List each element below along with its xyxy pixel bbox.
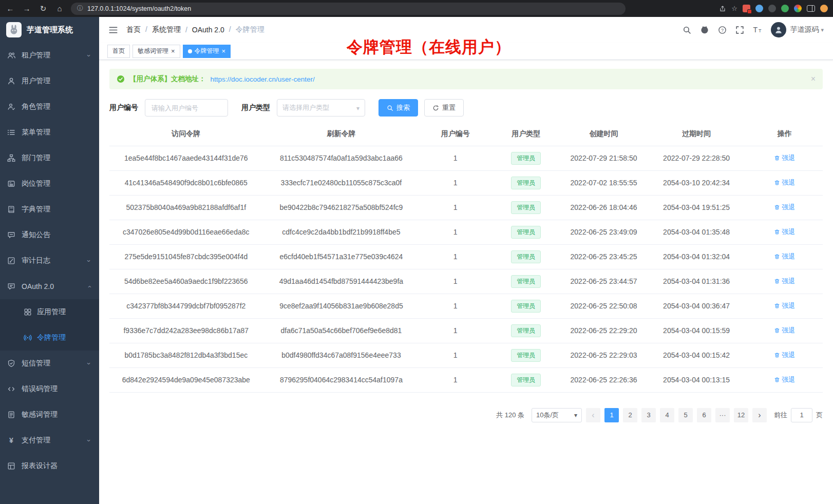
oauth-icon [7,282,15,290]
force-logout-button[interactable]: 强退 [774,326,795,335]
app-logo[interactable]: 芋道管理系统 [0,17,99,43]
prev-page-button[interactable] [586,408,600,422]
report-designer-icon [7,462,15,470]
tab-sensitive-word[interactable]: 敏感词管理 [132,45,180,58]
reset-button[interactable]: 重置 [424,99,464,117]
chevron-down-icon [356,104,359,112]
sidebar-item-sms[interactable]: 短信管理 [0,351,99,376]
extension-blue-icon[interactable] [755,5,763,12]
sidebar-item-oauth[interactable]: OAuth 2.0 [0,274,99,299]
page-button-6[interactable]: 6 [697,408,711,422]
expire-time: 2054-03-04 01:31:36 [647,269,746,294]
force-logout-button[interactable]: 强退 [774,153,795,163]
page-button-4[interactable]: 4 [660,408,674,422]
chevron-down-icon [86,257,92,265]
sidebar-item-role[interactable]: 角色管理 [0,94,99,120]
browser-reload-icon[interactable]: ↻ [38,4,48,13]
force-logout-button[interactable]: 强退 [774,375,795,384]
page-button-3[interactable]: 3 [641,408,656,422]
extension-dark-icon[interactable] [768,5,776,12]
page-button-12[interactable]: 12 [734,408,748,422]
chevron-up-icon [86,283,92,290]
access-token: b0d1785bc3a8482f812db4a3f3bd15ec [109,343,263,367]
expire-time: 2054-03-04 00:13:15 [647,367,746,392]
table-row: b0d1785bc3a8482f812db4a3f3bd15ecb0df4980… [109,343,823,367]
sidebar-item-pay[interactable]: ¥支付管理 [0,428,99,453]
breadcrumb-home[interactable]: 首页 [126,25,141,34]
github-icon[interactable] [700,25,709,34]
close-icon[interactable] [222,48,226,55]
user-type-select[interactable]: 请选择用户类型 [277,99,365,117]
goto-page-input[interactable] [791,408,812,422]
browser-actions: ☆ [719,5,828,12]
doc-link[interactable]: https://doc.iocoder.cn/user-center/ [211,75,315,83]
breadcrumb-oauth[interactable]: OAuth 2.0 [185,26,224,34]
sidebar-item-dept[interactable]: 部门管理 [0,145,99,171]
next-page-button[interactable] [752,408,767,422]
browser-back-icon[interactable]: ← [5,4,15,13]
sidebar-item-user[interactable]: 用户管理 [0,68,99,94]
menu-list-icon [7,128,15,137]
col-user-type: 用户类型 [491,123,561,146]
help-icon[interactable] [718,26,727,34]
alert-close-icon[interactable] [811,74,816,84]
sidebar-item-sensitive-word[interactable]: 敏感词管理 [0,402,99,428]
user-menu[interactable]: 芋道源码 [771,22,824,37]
page-button-2[interactable]: 2 [623,408,637,422]
sidebar-toggle-icon[interactable] [807,5,815,12]
force-logout-button[interactable]: 强退 [774,351,795,360]
sidebar-item-post[interactable]: 岗位管理 [0,171,99,197]
force-logout-button[interactable]: 强退 [774,178,795,187]
access-token: 275e5de9151045fe87cbdc395e004f4d [109,244,263,269]
force-logout-button[interactable]: 强退 [774,301,795,311]
force-logout-button[interactable]: 强退 [774,252,795,261]
tab-token[interactable]: 令牌管理 [183,45,231,58]
force-logout-button[interactable]: 强退 [774,227,795,237]
sidebar-item-menu[interactable]: 菜单管理 [0,120,99,145]
sidebar-item-report-designer[interactable]: 报表设计器 [0,453,99,479]
sidebar-item-audit-log[interactable]: 审计日志 [0,248,99,274]
share-icon[interactable] [719,5,726,12]
access-token: c347026e805e4d99b0d116eae66eda8c [109,220,263,244]
breadcrumb-system[interactable]: 系统管理 [145,25,181,34]
force-logout-button[interactable]: 强退 [774,203,795,212]
sidebar-item-token[interactable]: 令牌管理 [0,325,99,351]
sidebar-item-error-code[interactable]: 错误码管理 [0,376,99,402]
close-icon[interactable] [171,48,175,55]
user-id: 1 [420,244,491,269]
hamburger-icon[interactable] [108,25,118,35]
page-size-select[interactable]: 10条/页 [532,408,582,422]
sidebar-item-dict[interactable]: 字典管理 [0,197,99,222]
reset-button-label: 重置 [442,103,456,112]
site-info-icon[interactable]: ⓘ [77,4,83,13]
font-size-icon[interactable] [753,25,762,34]
fullscreen-icon[interactable] [735,26,744,34]
page-button-1[interactable]: 1 [604,408,619,422]
filter-bar: 用户编号 用户类型 请选择用户类型 搜索 [109,99,823,117]
sidebar-item-notice[interactable]: 通知公告 [0,222,99,248]
user-id: 1 [420,146,491,170]
browser-profile-avatar[interactable] [820,5,828,12]
extensions-puzzle-icon[interactable] [794,5,802,12]
total-count: 共 120 条 [496,411,524,420]
extension-green-icon[interactable] [781,5,789,12]
sidebar-item-oauth-app[interactable]: 应用管理 [0,299,99,325]
tab-home[interactable]: 首页 [107,45,130,58]
sidebar-item-tenant[interactable]: 租户管理 [0,43,99,68]
extension-red-icon[interactable] [743,5,750,12]
force-logout-button[interactable]: 强退 [774,277,795,286]
trash-icon [774,303,780,309]
user-id-input[interactable] [145,99,228,117]
bookmark-star-icon[interactable]: ☆ [731,5,737,12]
search-button-label: 搜索 [396,103,410,112]
more-pages-button[interactable]: ··· [715,408,730,422]
browser-home-icon[interactable]: ⌂ [54,4,65,13]
page-button-5[interactable]: 5 [678,408,693,422]
browser-forward-icon[interactable]: → [22,4,32,13]
tab-label: 令牌管理 [195,47,219,55]
user-type-badge: 管理员 [511,177,541,189]
address-bar[interactable]: ⓘ 127.0.0.1:1024/system/oauth2/token [71,3,626,15]
search-button[interactable]: 搜索 [378,99,418,117]
search-icon[interactable] [683,26,691,34]
expire-time: 2054-03-04 01:35:48 [647,220,746,244]
